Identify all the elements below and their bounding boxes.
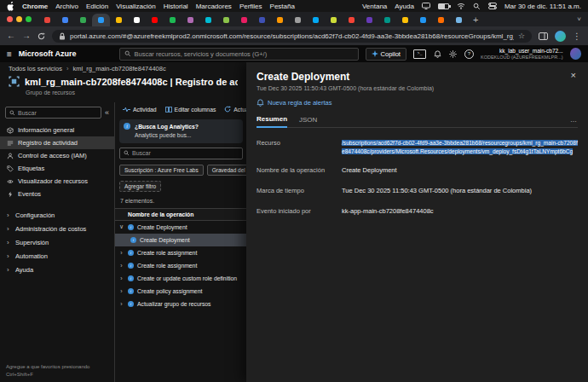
chevron-right-icon[interactable]: ›	[118, 301, 124, 307]
back-icon[interactable]: ←	[7, 32, 15, 40]
menu-perfiles[interactable]: Perfiles	[239, 3, 262, 10]
field-value[interactable]: kk-app-main-cb7208fe8474408c	[342, 207, 578, 217]
sidebar-item-registro-de-actividad[interactable]: Registro de actividad	[0, 136, 114, 149]
tab-json[interactable]: JSON	[299, 116, 317, 127]
sidebar-group-configuracion[interactable]: › Configuración	[0, 208, 114, 222]
address-bar[interactable]: portal.azure.com/#@azurefreekmlprod2.onm…	[52, 30, 532, 43]
field-value[interactable]: Create Deployment	[342, 166, 578, 176]
browser-tab[interactable]	[74, 14, 92, 26]
url-text[interactable]: portal.azure.com/#@azurefreekmlprod2.onm…	[70, 32, 514, 40]
browser-tab[interactable]	[432, 14, 450, 26]
side-panel-icon[interactable]	[539, 32, 548, 40]
browser-tab[interactable]	[128, 14, 146, 26]
table-row[interactable]: ∨ i Create Deployment	[115, 221, 247, 234]
browser-tab[interactable]	[146, 14, 164, 26]
reload-icon[interactable]	[37, 32, 45, 40]
add-filter-button[interactable]: Agregar filtro	[119, 181, 161, 192]
browser-tab[interactable]	[378, 14, 396, 26]
menu-edicion[interactable]: Edición	[86, 3, 108, 10]
new-tab-icon[interactable]: +	[473, 15, 478, 25]
browser-tab[interactable]	[414, 14, 432, 26]
browser-tab[interactable]	[110, 14, 128, 26]
log-analytics-banner[interactable]: i ¿Busca Log Analytics? Analytics puede …	[119, 119, 243, 143]
minimize-window-icon[interactable]	[16, 16, 22, 22]
close-window-icon[interactable]	[7, 16, 13, 22]
browser-tab[interactable]	[199, 14, 217, 26]
activity-search-input[interactable]: Buscar	[119, 148, 243, 159]
more-options-icon[interactable]: …	[570, 116, 578, 127]
copilot-button[interactable]: Copilot	[366, 48, 406, 61]
table-row[interactable]: › i Create role assignment	[115, 259, 247, 272]
account-avatar[interactable]	[570, 48, 581, 60]
browser-tab[interactable]	[235, 14, 253, 26]
sidebar-group-supervision[interactable]: › Supervisión	[0, 235, 114, 249]
menu-visualizacion[interactable]: Visualización	[116, 3, 156, 10]
table-row[interactable]: › i Create role assignment	[115, 246, 247, 259]
sidebar-item-eventos[interactable]: Eventos	[0, 188, 114, 200]
azure-search-input[interactable]: Buscar recursos, servicios y documentos …	[119, 48, 359, 61]
toolbar-activity-button[interactable]: Actividad	[118, 107, 161, 113]
menu-marcadores[interactable]: Marcadores	[196, 3, 232, 10]
chevron-right-icon[interactable]: ›	[118, 263, 124, 269]
browser-tab[interactable]	[360, 14, 378, 26]
breadcrumb-all-services[interactable]: Todos los servicios	[9, 65, 62, 72]
new-alert-rule-button[interactable]: Nueva regla de alertas	[257, 99, 578, 107]
toolbar-refresh-button[interactable]: Actualizar	[220, 106, 247, 113]
browser-tab[interactable]	[325, 14, 343, 26]
browser-tab[interactable]	[396, 14, 414, 26]
sidebar-item-control-de-acceso-iam[interactable]: Control de acceso (IAM)	[0, 149, 114, 162]
notifications-bell-icon[interactable]	[434, 50, 441, 58]
menu-ayuda[interactable]: Ayuda	[395, 3, 414, 10]
chrome-menu-icon[interactable]: ⋮	[573, 32, 581, 41]
browser-tab[interactable]	[92, 14, 110, 26]
browser-tab[interactable]	[56, 14, 74, 26]
field-value-highlighted[interactable]: /subscriptions/acd62f7d-cb02-4fd9-aa3e-3…	[342, 139, 578, 155]
chevron-right-icon[interactable]: ›	[118, 275, 124, 281]
settings-gear-icon[interactable]	[449, 50, 457, 58]
tab-resumen[interactable]: Resumen	[257, 115, 287, 128]
sidebar-group-administracion-de-costos[interactable]: › Administración de costos	[0, 222, 114, 235]
chevron-right-icon[interactable]: ›	[118, 288, 124, 294]
chevron-down-icon[interactable]: ∨	[118, 223, 124, 230]
table-row[interactable]: › i Create or update custom role definit…	[115, 272, 247, 285]
sidebar-item-etiquetas[interactable]: Etiquetas	[0, 162, 114, 175]
toolbar-edit-columns-button[interactable]: Editar columnas	[161, 107, 221, 113]
column-operation-name[interactable]: Nombre de la operación	[128, 211, 193, 217]
browser-tab[interactable]	[253, 14, 271, 26]
browser-tab[interactable]	[271, 14, 289, 26]
browser-tab[interactable]	[450, 14, 468, 26]
table-row[interactable]: › i Actualizar grupo de recursos	[115, 298, 247, 310]
display-status-icon[interactable]	[422, 3, 430, 9]
browser-tab[interactable]	[307, 14, 325, 26]
filter-severity-pill[interactable]: Gravedad del ev...	[207, 165, 247, 176]
fullscreen-window-icon[interactable]	[26, 16, 32, 22]
tab-search-icon[interactable]: ˅	[577, 15, 581, 23]
sidebar-item-informacion-general[interactable]: Información general	[0, 124, 114, 136]
help-icon[interactable]: ?	[464, 49, 474, 59]
browser-tab[interactable]	[182, 14, 199, 26]
browser-profile-avatar[interactable]	[555, 31, 566, 42]
breadcrumb-resource-group[interactable]: kml_rg_main-cb7208fe8474408c	[72, 65, 165, 72]
filter-subscription-pill[interactable]: Suscripción : Azure Free Labs	[119, 165, 204, 176]
chevron-right-icon[interactable]: ›	[118, 250, 124, 256]
browser-tab[interactable]	[289, 14, 307, 26]
account-block[interactable]: kk_lab_user_main-cb72... KODEKLOUD (AZUR…	[481, 48, 563, 60]
menu-archivo[interactable]: Archivo	[55, 3, 78, 10]
browser-tab[interactable]	[164, 14, 182, 26]
bookmark-star-icon[interactable]: ☆	[518, 32, 525, 40]
azure-brand[interactable]: Microsoft Azure	[19, 49, 77, 58]
apple-logo-icon[interactable]	[7, 2, 14, 11]
browser-tab[interactable]	[217, 14, 235, 26]
wifi-icon[interactable]	[457, 3, 465, 9]
sidebar-group-ayuda[interactable]: › Ayuda	[0, 263, 114, 276]
menu-ventana[interactable]: Ventana	[362, 3, 387, 10]
table-header[interactable]: Nombre de la operación	[115, 208, 247, 221]
menu-pestana[interactable]: Pestaña	[270, 3, 295, 10]
menubar-clock[interactable]: Mar 30 de dic. 11:51 a.m.	[504, 3, 581, 10]
table-row-selected[interactable]: i Create Deployment	[115, 234, 247, 246]
spotlight-search-icon[interactable]	[473, 3, 481, 10]
browser-tab[interactable]	[343, 14, 360, 26]
cloud-shell-icon[interactable]: >_	[413, 49, 426, 59]
control-center-icon[interactable]	[488, 3, 497, 9]
browser-tab[interactable]	[38, 14, 56, 26]
